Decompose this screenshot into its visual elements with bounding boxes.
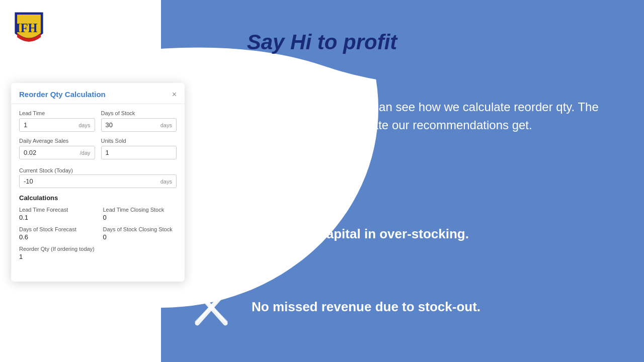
days-of-stock-label: Days of Stock xyxy=(101,110,177,116)
lead-time-group: Lead Time days xyxy=(19,110,95,132)
daily-avg-sales-suffix: /day xyxy=(78,147,95,158)
current-stock-input-wrapper: days xyxy=(19,174,177,188)
daily-avg-sales-label: Daily Average Sales xyxy=(19,138,95,144)
calculations-section: Calculations Lead Time Forecast 0.1 Lead… xyxy=(19,194,177,260)
modal-header: Reorder Qty Calculation × xyxy=(11,83,185,104)
x-icon-2 xyxy=(191,284,231,329)
daily-avg-sales-group: Daily Average Sales /day xyxy=(19,138,95,159)
lead-time-input-wrapper: days xyxy=(19,118,95,132)
calc-lead-time-closing-stock-label: Lead Time Closing Stock xyxy=(103,207,177,213)
reorder-qty-modal: Reorder Qty Calculation × Lead Time days… xyxy=(11,83,185,282)
calc-row-1: Lead Time Forecast 0.1 Lead Time Closing… xyxy=(19,207,177,221)
calc-row-3: Reorder Qty (If ordering today) 1 xyxy=(19,246,177,260)
calc-days-stock-closing: Days of Stock Closing Stock 0 xyxy=(103,226,177,241)
calc-lead-time-closing-stock: Lead Time Closing Stock 0 xyxy=(103,207,177,221)
feature-text-2: No missed revenue due to stock-out. xyxy=(252,299,480,315)
calc-reorder-qty-label: Reorder Qty (If ordering today) xyxy=(19,246,177,252)
daily-avg-sales-input-wrapper: /day xyxy=(19,146,95,159)
modal-close-button[interactable]: × xyxy=(172,90,177,99)
calc-days-stock-forecast-value: 0.6 xyxy=(19,233,93,241)
form-row-1: Lead Time days Days of Stock days xyxy=(19,110,177,132)
current-stock-suffix: days xyxy=(158,176,176,187)
current-stock-label: Current Stock (Today) xyxy=(19,167,73,173)
feature-item-1: No tied up capital in over-stocking. xyxy=(171,211,644,256)
days-of-stock-group: Days of Stock days xyxy=(101,110,177,132)
calc-lead-time-forecast: Lead Time Forecast 0.1 xyxy=(19,207,93,221)
days-of-stock-input[interactable] xyxy=(102,119,158,131)
calc-reorder-qty: Reorder Qty (If ordering today) 1 xyxy=(19,246,177,260)
x-icon-1 xyxy=(191,211,231,256)
units-sold-input-wrapper xyxy=(101,146,177,159)
units-sold-input[interactable] xyxy=(102,146,177,159)
calc-reorder-qty-value: 1 xyxy=(19,253,177,260)
calc-days-stock-closing-value: 0 xyxy=(103,233,177,241)
modal-title: Reorder Qty Calculation xyxy=(19,90,106,99)
lead-time-label: Lead Time xyxy=(19,110,95,116)
feature-text-1: No tied up capital in over-stocking. xyxy=(252,226,469,242)
units-sold-group: Units Sold xyxy=(101,138,177,159)
description-text: We are transparent with you- You can see… xyxy=(191,98,614,134)
feature-item-2: No missed revenue due to stock-out. xyxy=(171,284,644,329)
page-title: Say Hi to profit xyxy=(0,30,644,54)
daily-avg-sales-input[interactable] xyxy=(20,146,78,159)
form-row-2: Daily Average Sales /day Units Sold xyxy=(19,138,177,159)
current-stock-group: Current Stock (Today) days xyxy=(19,165,177,188)
calc-days-stock-closing-label: Days of Stock Closing Stock xyxy=(103,226,177,232)
calc-days-stock-forecast-label: Days of Stock Forecast xyxy=(19,226,93,232)
days-of-stock-input-wrapper: days xyxy=(101,118,177,132)
lead-time-input[interactable] xyxy=(20,119,76,131)
calc-lead-time-closing-stock-value: 0 xyxy=(103,214,177,221)
lead-time-suffix: days xyxy=(76,120,94,131)
calc-lead-time-forecast-label: Lead Time Forecast xyxy=(19,207,93,213)
calc-days-stock-forecast: Days of Stock Forecast 0.6 xyxy=(19,226,93,241)
calc-lead-time-forecast-value: 0.1 xyxy=(19,214,93,221)
modal-body: Lead Time days Days of Stock days Daily … xyxy=(11,104,185,272)
days-of-stock-suffix: days xyxy=(158,120,176,131)
current-stock-input[interactable] xyxy=(20,175,158,188)
calculations-title: Calculations xyxy=(19,194,177,202)
units-sold-label: Units Sold xyxy=(101,138,177,144)
calc-row-2: Days of Stock Forecast 0.6 Days of Stock… xyxy=(19,226,177,241)
